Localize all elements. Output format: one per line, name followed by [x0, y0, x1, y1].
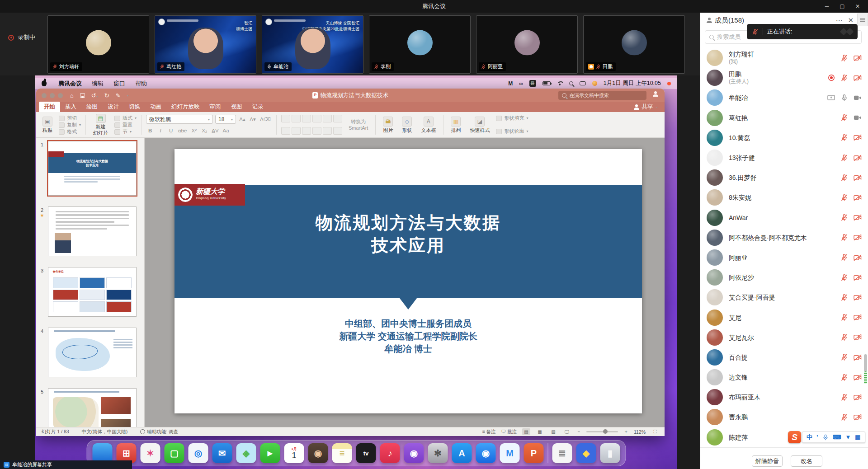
section-button[interactable]: 节▾ — [114, 128, 137, 135]
video-tile[interactable]: 田鹏 — [583, 15, 685, 74]
dock-icon-podcasts[interactable]: ◉ — [404, 443, 424, 463]
dock-icon-tencent-meeting[interactable]: ◉ — [476, 443, 496, 463]
member-scrollbar[interactable] — [863, 13, 867, 469]
tab-7[interactable]: 幻灯片放映 — [166, 102, 205, 112]
spotlight-icon[interactable] — [569, 81, 573, 85]
tab-9[interactable]: 视图 — [226, 102, 247, 112]
language-status[interactable]: 中文(简体，中国大陆) — [82, 429, 128, 435]
member-row[interactable]: 艾尼 — [700, 307, 868, 327]
notes-button[interactable]: ≡ 备注 — [482, 429, 495, 435]
ime-mic-icon[interactable] — [822, 434, 829, 441]
save-icon[interactable] — [80, 93, 85, 98]
draw-icon[interactable]: ✎ — [116, 92, 121, 99]
member-row[interactable]: 百合提 — [700, 347, 868, 367]
copy-button[interactable]: 复制▾ — [59, 122, 81, 128]
format-button-abe[interactable]: abe — [177, 126, 188, 135]
paste-button[interactable]: ▣ 粘贴 — [40, 114, 55, 136]
wemeet-menubar-icon[interactable]: M — [508, 80, 513, 87]
rename-button[interactable]: 改名 — [791, 455, 822, 467]
rings-menubar-icon[interactable]: ∞ — [519, 80, 523, 87]
format-button-xx[interactable]: X₂ — [200, 126, 208, 135]
zoom-out-button[interactable]: － — [576, 429, 581, 435]
dock-icon-powerpoint[interactable]: P — [524, 443, 544, 463]
quick-styles-button[interactable]: ◪快速样式 — [467, 114, 492, 136]
fit-window-button[interactable]: ⛶ — [651, 428, 659, 435]
dock-icon-settings[interactable]: ✻ — [428, 443, 448, 463]
tab-4[interactable]: 设计 — [103, 102, 124, 112]
format-button-axv[interactable]: A̲V — [211, 126, 219, 135]
member-row[interactable]: 田鹏(主持人) — [700, 68, 868, 88]
shapes-button[interactable]: ◇形状 — [399, 114, 415, 136]
zoom-percent[interactable]: 112% — [634, 429, 646, 435]
dock-icon-mail[interactable]: ✉ — [212, 443, 232, 463]
shape-fill-button[interactable]: 形状填充▾ — [496, 115, 528, 122]
tab-1[interactable]: 开始 — [39, 102, 60, 112]
menu-item[interactable]: 编辑 — [92, 80, 104, 88]
current-slide[interactable]: 新疆大学Xinjiang University 物流规划方法与大数据 技术应用 … — [175, 149, 642, 413]
member-row[interactable]: 10.黄磊 — [700, 128, 868, 148]
menu-item[interactable]: 帮助 — [135, 80, 147, 88]
dock-icon-music[interactable]: ♪ — [380, 443, 400, 463]
line-spacing-button[interactable] — [323, 115, 332, 122]
ime-toolbox-icon[interactable]: ▦ — [855, 434, 860, 441]
comments-button[interactable]: 🗨 批注 — [501, 429, 517, 435]
account-icon[interactable] — [653, 91, 660, 98]
member-row[interactable]: 刘方瑞轩(我) — [700, 48, 868, 68]
format-painter-button[interactable]: 格式 — [59, 128, 81, 135]
member-row[interactable]: 葛红艳 — [700, 108, 868, 128]
siri-icon[interactable] — [592, 81, 597, 86]
minimize-button[interactable]: ─ — [820, 1, 834, 12]
numbering-button[interactable] — [292, 115, 301, 122]
font-name-select[interactable]: 微软雅黑▾ — [146, 115, 213, 124]
grow-font-button[interactable]: A▴ — [238, 115, 246, 124]
ime-punct-icon[interactable]: ’ — [816, 434, 818, 441]
dock-icon-apple-tv[interactable]: tv — [356, 443, 376, 463]
apple-logo-icon[interactable] — [42, 80, 47, 86]
format-button-b[interactable]: B — [146, 126, 154, 135]
member-row[interactable]: 曹永鹏 — [700, 407, 868, 427]
member-row[interactable]: 阿依尼沙 — [700, 267, 868, 287]
new-slide-button[interactable]: ▤ 新建幻灯片 — [90, 114, 111, 136]
bullets-button[interactable] — [281, 115, 290, 122]
picture-button[interactable]: 🏔图片 — [380, 114, 396, 136]
menubar-clock[interactable]: 1月1日 周日 上午10:05 — [604, 80, 661, 87]
align-center-button[interactable] — [292, 127, 301, 135]
home-icon[interactable]: ⌂ — [70, 92, 74, 99]
columns-button[interactable] — [333, 115, 342, 122]
layout-button[interactable]: 版式▾ — [114, 115, 137, 122]
member-row[interactable]: 艾合买提·阿吾提 — [700, 287, 868, 307]
dock-icon-app-store[interactable]: A — [452, 443, 472, 463]
close-button[interactable]: ✕ — [851, 1, 864, 12]
wifi-icon[interactable] — [557, 81, 563, 86]
slide-thumbnail-5[interactable]: 5 — [36, 388, 144, 427]
zoom-slider[interactable] — [586, 431, 618, 432]
ime-lang-toggle[interactable]: 中 — [807, 433, 812, 441]
members-close-button[interactable]: ✕ — [848, 16, 854, 24]
tab-3[interactable]: 绘图 — [81, 102, 103, 112]
align-right-button[interactable] — [302, 127, 311, 135]
video-tile[interactable]: 智汇疆博士团葛红艳 — [155, 15, 256, 74]
maximize-button[interactable]: ▢ — [835, 1, 849, 12]
clear-format-button[interactable]: A⌫ — [259, 115, 272, 124]
sorter-view-button[interactable]: ▦ — [536, 428, 544, 435]
zoom-in-button[interactable]: ＋ — [623, 429, 628, 435]
member-row[interactable]: 边文锋 — [700, 367, 868, 387]
input-method-icon[interactable]: 拼 — [529, 80, 536, 87]
reading-view-button[interactable]: ▧ — [549, 428, 557, 435]
slide-thumbnail-3[interactable]: 3合作单位 — [36, 267, 144, 317]
format-button-i[interactable]: I — [156, 126, 165, 135]
member-row[interactable]: 8朱安妮 — [700, 188, 868, 207]
members-more-button[interactable]: ⋯ — [835, 16, 842, 24]
dock-icon-messages[interactable]: ▢ — [165, 443, 184, 463]
unmute-button[interactable]: 解除静音 — [752, 455, 783, 467]
redo-icon[interactable]: ↻ — [104, 92, 109, 99]
convert-smartart-button[interactable]: 转换为SmartArt — [346, 114, 371, 136]
member-row[interactable]: 布玛丽亚木 — [700, 387, 868, 407]
member-row[interactable]: 阿丽亚 — [700, 248, 868, 267]
dock-icon-preview[interactable]: ◆ — [576, 443, 596, 463]
dock-icon-safari[interactable]: ◎ — [189, 443, 208, 463]
toolbar-options-icon[interactable]: ▾ — [127, 94, 129, 98]
ime-skin-icon[interactable]: ▼ — [845, 434, 851, 441]
dock-icon-notes[interactable]: ≡ — [332, 443, 352, 463]
reset-button[interactable]: 重置 — [114, 122, 137, 128]
